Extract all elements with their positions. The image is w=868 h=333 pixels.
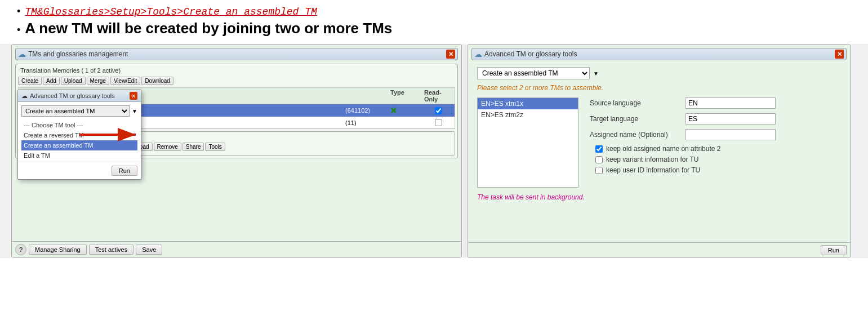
assigned-name-label: Assigned name (Optional)	[590, 131, 680, 139]
row2-readonly-cell	[424, 119, 452, 126]
right-panel: ☁ Advanced TM or glossary tools ✕ Create…	[468, 44, 851, 258]
right-run-button[interactable]: Run	[821, 245, 847, 255]
right-panel-title-bar: ☁ Advanced TM or glossary tools ✕	[471, 48, 847, 60]
cloud-icon-left: ☁	[18, 50, 26, 59]
form-bottom-note: The task will be sent in background.	[477, 193, 841, 201]
row2-type: (11)	[345, 119, 390, 126]
bullet-line-2: • A new TM will be created by joining tw…	[17, 20, 851, 37]
cloud-icon-dropdown: ☁	[21, 92, 28, 100]
red-arrow-indicator	[77, 126, 144, 143]
dropdown-run-button[interactable]: Run	[112, 166, 137, 176]
glos-tools-btn[interactable]: Tools	[205, 143, 225, 151]
right-panel-close-button[interactable]: ✕	[835, 50, 844, 59]
checkbox-row-3: keep user ID information for TU	[595, 166, 841, 174]
form-fields: Source language Target language Assigned…	[590, 97, 841, 188]
dropdown-item-edit[interactable]: Edit a TM	[21, 150, 137, 161]
viewedit-btn[interactable]: View/Edit	[110, 77, 141, 85]
form-body: EN>ES xtm1x EN>ES ztm2z Source language …	[477, 97, 841, 188]
merge-btn[interactable]: Merge	[87, 77, 109, 85]
checkbox-keep-userid-label: keep user ID information for TU	[606, 166, 700, 174]
right-panel-bottom-bar: Run	[468, 242, 850, 257]
left-panel-title: TMs and glossaries management	[28, 50, 128, 58]
dropdown-select-row: --- Choose TM tool --- Create a reversed…	[18, 102, 141, 119]
left-panel-title-bar: ☁ TMs and glossaries management ✕	[15, 48, 458, 60]
cloud-icon-right: ☁	[474, 50, 482, 59]
checkbox-keep-userid[interactable]	[595, 167, 603, 174]
row2-readonly-checkbox[interactable]	[435, 119, 442, 126]
manage-sharing-button[interactable]: Manage Sharing	[29, 245, 87, 255]
col-type	[345, 89, 390, 103]
dropdown-close-button[interactable]: ✕	[130, 92, 137, 100]
dropdown-run-row: Run	[18, 162, 141, 179]
row1-green-icon: ✖	[390, 106, 424, 115]
main-area: ☁ TMs and glossaries management ✕ Transl…	[0, 44, 868, 258]
right-form-area: Create an assembled TM ▼ Please select 2…	[471, 64, 847, 205]
form-instruction: Please select 2 or more TMs to assemble.	[477, 84, 841, 92]
right-panel-title: Advanced TM or glossary tools	[484, 50, 577, 58]
dropdown-title: Advanced TM or glossary tools	[30, 92, 115, 99]
bullet-dot-1: •	[17, 6, 20, 17]
left-panel: ☁ TMs and glossaries management ✕ Transl…	[11, 44, 462, 258]
row1-type: (641102)	[345, 107, 390, 114]
create-btn[interactable]: Create	[18, 77, 42, 85]
tm-section-title: Translation Memories ( 1 of 2 active)	[18, 66, 455, 74]
download-btn[interactable]: Download	[141, 77, 173, 85]
checkbox-row-1: keep old assigned name on attribute 2	[595, 145, 841, 153]
test-actives-button[interactable]: Test actives	[89, 245, 133, 255]
upload-btn[interactable]: Upload	[61, 77, 86, 85]
bullet-line-1: • TM&Glossaries>Setup>Tools>Create an as…	[17, 6, 851, 17]
top-text-area: • TM&Glossaries>Setup>Tools>Create an as…	[0, 0, 868, 44]
left-panel-close-button[interactable]: ✕	[446, 50, 455, 59]
bullet-text-2: A new TM will be created by joining two …	[25, 20, 392, 37]
tm-list-item-1[interactable]: EN>ES xtm1x	[478, 98, 578, 109]
bullet-dot-2: •	[17, 24, 20, 36]
target-language-label: Target language	[590, 115, 680, 123]
col-type-label: Type	[390, 89, 424, 103]
col-readonly: Read-Only	[424, 89, 452, 103]
checkbox-row-2: keep variant information for TU	[595, 156, 841, 163]
checkbox-keep-variant-label: keep variant information for TU	[606, 156, 699, 163]
assigned-name-row: Assigned name (Optional)	[590, 129, 841, 140]
save-button[interactable]: Save	[136, 245, 162, 255]
right-dropdown-row: Create an assembled TM ▼	[477, 67, 841, 79]
source-language-row: Source language	[590, 97, 841, 109]
glos-share-btn[interactable]: Share	[182, 143, 204, 151]
row1-readonly-checkbox[interactable]	[435, 107, 442, 114]
source-language-label: Source language	[590, 99, 680, 107]
help-button[interactable]: ?	[15, 244, 26, 255]
right-select-arrow-icon: ▼	[593, 70, 599, 77]
target-language-row: Target language	[590, 113, 841, 125]
select-arrow-icon: ▼	[132, 108, 137, 114]
left-panel-bottom-bar: ? Manage Sharing Test actives Save	[12, 241, 461, 257]
tm-list-container: EN>ES xtm1x EN>ES ztm2z	[477, 97, 578, 188]
source-language-input[interactable]	[686, 97, 776, 109]
add-btn[interactable]: Add	[43, 77, 60, 85]
tm-glossaries-link[interactable]: TM&Glossaries>Setup>Tools>Create an asse…	[25, 6, 317, 17]
dropdown-title-bar: ☁ Advanced TM or glossary tools ✕	[18, 90, 141, 102]
right-tool-select[interactable]: Create an assembled TM	[477, 67, 590, 79]
checkbox-keep-name[interactable]	[595, 145, 603, 153]
assigned-name-input[interactable]	[686, 129, 776, 140]
checkbox-keep-variant[interactable]	[595, 156, 603, 163]
tm-toolbar: Create Add Upload Merge View/Edit Downlo…	[18, 77, 455, 85]
tm-list-box: EN>ES xtm1x EN>ES ztm2z	[477, 97, 578, 188]
glos-remove-btn[interactable]: Remove	[154, 143, 181, 151]
row1-readonly-cell	[424, 107, 452, 114]
target-language-input[interactable]	[686, 113, 776, 125]
checkbox-keep-name-label: keep old assigned name on attribute 2	[606, 145, 720, 153]
tm-tool-select[interactable]: --- Choose TM tool --- Create a reversed…	[21, 105, 130, 117]
tm-list-item-2[interactable]: EN>ES ztm2z	[478, 109, 578, 121]
